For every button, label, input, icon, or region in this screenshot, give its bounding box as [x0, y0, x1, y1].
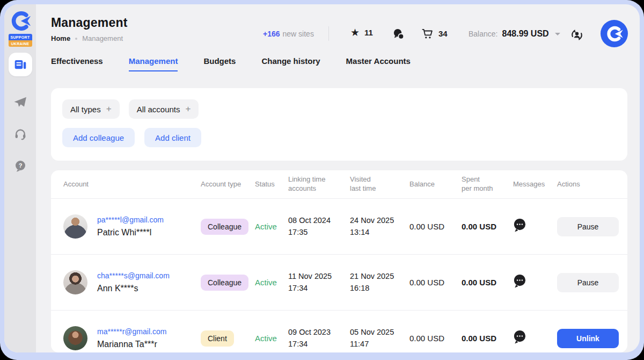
- telegram-icon: [13, 95, 27, 109]
- unlink-button[interactable]: Unlink: [557, 329, 619, 348]
- status-badge: Active: [255, 222, 288, 231]
- balance-dropdown[interactable]: Balance: 848.99 USD: [469, 29, 560, 39]
- col-actions: Actions: [557, 180, 614, 189]
- avatar: [63, 270, 87, 294]
- tab-effectiveness[interactable]: Effectiveness: [51, 56, 103, 71]
- balance-cell: 0.00 USD: [409, 222, 462, 231]
- breadcrumb-separator: [75, 38, 77, 40]
- account-identity: cha*****s@gmail.com Ann K****s: [97, 271, 170, 293]
- title-block: Management Home Management: [51, 16, 128, 42]
- actions-cell: Pause: [557, 273, 619, 292]
- account-email-link[interactable]: pa*****l@gmail.com: [97, 215, 164, 224]
- add-colleague-button[interactable]: Add colleague: [62, 128, 135, 147]
- support-ukraine-badge-top: SUPPORT: [9, 34, 32, 40]
- account-email-link[interactable]: ma*****r@gmail.com: [97, 327, 166, 336]
- screenshot-stage: SUPPORT UKRAINE: [0, 0, 644, 360]
- message-bubble-icon[interactable]: [513, 330, 526, 344]
- new-sites-count: +166: [263, 30, 280, 38]
- sidebar-item-telegram[interactable]: [13, 95, 27, 109]
- filter-all-accounts-label: All accounts: [137, 105, 180, 114]
- switch-account-button[interactable]: [569, 27, 584, 42]
- sidebar-item-news[interactable]: [9, 53, 32, 76]
- svg-text:?: ?: [18, 162, 22, 169]
- chevron-down-icon: [555, 33, 560, 35]
- support-ukraine-badge-bottom: UKRAINE: [9, 40, 32, 47]
- filter-action-row: Add colleague Add client: [62, 128, 616, 147]
- messages-cell: [513, 218, 557, 235]
- pause-button[interactable]: Pause: [557, 217, 619, 236]
- col-account-type: Account type: [201, 180, 255, 189]
- breadcrumb-current: Management: [82, 34, 123, 42]
- header-divider: [328, 26, 329, 41]
- linking-time-cell: 09 Oct 2023 17:34: [288, 327, 350, 350]
- account-email-link[interactable]: cha*****s@gmail.com: [97, 271, 170, 280]
- avatar: [63, 326, 87, 350]
- cart-counter[interactable]: 34: [421, 27, 448, 40]
- breadcrumb: Home Management: [51, 34, 128, 42]
- col-account: Account: [63, 180, 201, 189]
- col-spent: Spent per month: [462, 175, 513, 193]
- spent-cell: 0.00 USD: [462, 222, 513, 231]
- filter-all-types-label: All types: [70, 105, 101, 114]
- new-sites-link[interactable]: +166new sites: [263, 30, 314, 38]
- favorites-counter[interactable]: ★ 11: [350, 27, 373, 38]
- balance-value: 848.99 USD: [502, 29, 548, 39]
- filter-chip-row: All types + All accounts +: [62, 99, 616, 119]
- tab-bar: Effectiveness Management Budgets Change …: [36, 53, 640, 83]
- news-icon: [13, 57, 27, 71]
- actions-cell: Unlink: [557, 329, 619, 348]
- col-messages: Messages: [513, 180, 557, 189]
- table-header-row: Account Account type Status Linking time…: [51, 170, 627, 199]
- account-cell: cha*****s@gmail.com Ann K****s: [63, 270, 201, 294]
- account-name: Ann K****s: [97, 284, 170, 293]
- type-badge: Client: [201, 330, 234, 347]
- linking-time-cell: 08 Oct 2024 17:35: [288, 215, 350, 239]
- col-status: Status: [255, 180, 288, 189]
- account-cell: ma*****r@gmail.com Marianna Ta***r: [63, 326, 201, 350]
- status-badge: Active: [255, 278, 288, 287]
- help-icon: ?: [14, 160, 27, 172]
- filter-all-types[interactable]: All types +: [62, 99, 120, 119]
- filter-all-accounts[interactable]: All accounts +: [129, 99, 199, 119]
- tab-management[interactable]: Management: [129, 56, 178, 71]
- table-row: ma*****r@gmail.com Marianna Ta***r Clien…: [51, 311, 627, 352]
- table-row: cha*****s@gmail.com Ann K****s Colleague…: [51, 255, 627, 311]
- topbar: Management Home Management +166new sites…: [36, 4, 640, 53]
- spent-cell: 0.00 USD: [462, 278, 513, 287]
- account-identity: ma*****r@gmail.com Marianna Ta***r: [97, 327, 166, 349]
- type-badge: Colleague: [201, 275, 248, 291]
- filter-card: All types + All accounts + Add colleague…: [51, 88, 627, 161]
- pause-button[interactable]: Pause: [557, 273, 619, 292]
- type-badge: Colleague: [201, 219, 248, 235]
- col-visited: Visited last time: [350, 175, 409, 193]
- brand-logo-icon[interactable]: [10, 10, 31, 32]
- message-bubble-icon[interactable]: [513, 218, 526, 233]
- messages-cell: [513, 330, 557, 347]
- breadcrumb-home-link[interactable]: Home: [51, 34, 70, 42]
- cart-count: 34: [438, 29, 448, 38]
- plus-icon: +: [106, 104, 112, 114]
- main-area: Management Home Management +166new sites…: [36, 4, 640, 352]
- messages-header-button[interactable]: [392, 28, 405, 40]
- visited-time-cell: 05 Nov 2025 11:47: [350, 327, 409, 350]
- balance-cell: 0.00 USD: [409, 278, 462, 287]
- account-name: Patric Whi****l: [97, 228, 164, 237]
- tab-change-history[interactable]: Change history: [261, 56, 320, 71]
- account-identity: pa*****l@gmail.com Patric Whi****l: [97, 215, 164, 237]
- col-linking-time: Linking time accounts: [288, 175, 350, 193]
- sidebar-item-support[interactable]: [13, 127, 27, 141]
- profile-avatar[interactable]: [601, 20, 628, 47]
- col-balance: Balance: [409, 180, 462, 189]
- tab-master-accounts[interactable]: Master Accounts: [346, 56, 411, 71]
- plus-icon: +: [186, 104, 191, 114]
- avatar: [63, 214, 87, 239]
- window-frame: SUPPORT UKRAINE: [0, 0, 644, 360]
- tab-budgets[interactable]: Budgets: [203, 56, 236, 71]
- messages-cell: [513, 274, 557, 291]
- add-client-button[interactable]: Add client: [144, 128, 201, 147]
- message-bubble-icon[interactable]: [513, 274, 526, 289]
- content-area: All types + All accounts + Add colleague…: [36, 83, 640, 352]
- account-type-cell: Colleague: [201, 219, 255, 235]
- accounts-table: Account Account type Status Linking time…: [51, 170, 627, 352]
- sidebar-item-help[interactable]: ?: [13, 159, 27, 173]
